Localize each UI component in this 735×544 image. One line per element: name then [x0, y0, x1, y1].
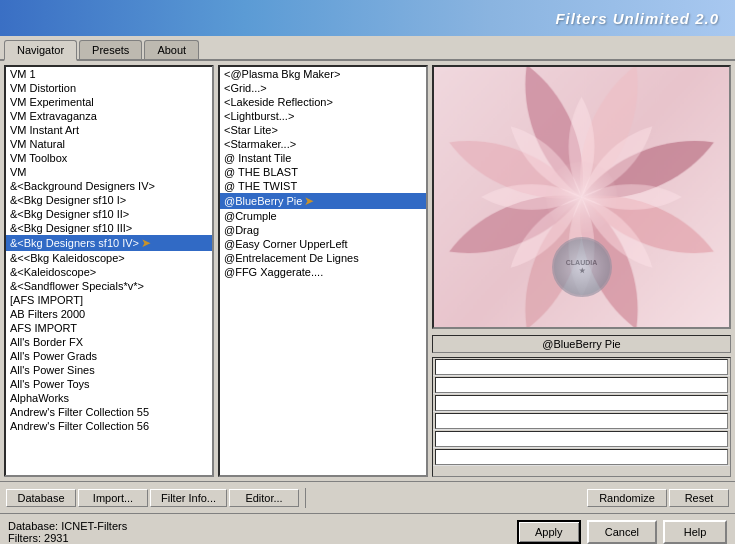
category-list[interactable]: VM 1VM DistortionVM ExperimentalVM Extra… [6, 67, 212, 475]
filter-list[interactable]: <@Plasma Bkg Maker><Grid...><Lakeside Re… [220, 67, 426, 475]
randomize-button[interactable]: Randomize [587, 489, 667, 507]
import-button[interactable]: Import... [78, 489, 148, 507]
list-item[interactable]: All's Power Sines [6, 363, 212, 377]
list-item[interactable]: VM Instant Art [6, 123, 212, 137]
database-status: Database: ICNET-Filters [8, 520, 127, 532]
list-item[interactable]: @Entrelacement De Lignes [220, 251, 426, 265]
param-input-4[interactable] [435, 413, 728, 429]
list-item[interactable]: VM [6, 165, 212, 179]
filter-name-text: @BlueBerry Pie [542, 338, 620, 350]
list-item[interactable]: VM Experimental [6, 95, 212, 109]
list-item[interactable]: @FFG Xaggerate.... [220, 265, 426, 279]
help-button[interactable]: Help [663, 520, 727, 544]
list-item[interactable]: VM Natural [6, 137, 212, 151]
list-item[interactable]: &<Background Designers IV> [6, 179, 212, 193]
list-item[interactable]: <Starmaker...> [220, 137, 426, 151]
list-item[interactable]: &<Bkg Designer sf10 I> [6, 193, 212, 207]
list-item[interactable]: All's Power Grads [6, 349, 212, 363]
filter-info-button[interactable]: Filter Info... [150, 489, 227, 507]
status-info: Database: ICNET-Filters Filters: 2931 [8, 520, 127, 544]
list-item[interactable]: &<Sandflower Specials*v*> [6, 279, 212, 293]
list-item[interactable]: @ THE BLAST [220, 165, 426, 179]
param-row-1 [433, 358, 730, 376]
category-list-panel: VM 1VM DistortionVM ExperimentalVM Extra… [4, 65, 214, 477]
list-item[interactable]: &<Kaleidoscope> [6, 265, 212, 279]
action-buttons: Apply Cancel Help [517, 520, 727, 544]
list-item[interactable]: &<Bkg Designer sf10 III> [6, 221, 212, 235]
list-item[interactable]: @ THE TWIST [220, 179, 426, 193]
cancel-button[interactable]: Cancel [587, 520, 657, 544]
preview-area: CLAUDIA★ [432, 65, 731, 329]
arrow-indicator-icon: ➤ [304, 194, 314, 208]
list-item[interactable]: &<Bkg Designer sf10 II> [6, 207, 212, 221]
list-item[interactable]: <Star Lite> [220, 123, 426, 137]
list-item[interactable]: @Easy Corner UpperLeft [220, 237, 426, 251]
database-button[interactable]: Database [6, 489, 76, 507]
right-panel: CLAUDIA★ @BlueBerry Pie [432, 65, 731, 477]
list-item[interactable]: @Crumple [220, 209, 426, 223]
list-item[interactable]: All's Border FX [6, 335, 212, 349]
param-row-3 [433, 394, 730, 412]
tab-presets[interactable]: Presets [79, 40, 142, 59]
param-input-3[interactable] [435, 395, 728, 411]
param-input-2[interactable] [435, 377, 728, 393]
param-row-4 [433, 412, 730, 430]
list-item[interactable]: @Drag [220, 223, 426, 237]
list-item[interactable]: All's Power Toys [6, 377, 212, 391]
main-content: VM 1VM DistortionVM ExperimentalVM Extra… [0, 61, 735, 481]
list-item[interactable]: VM Distortion [6, 81, 212, 95]
tab-navigator[interactable]: Navigator [4, 40, 77, 61]
list-item[interactable]: <@Plasma Bkg Maker> [220, 67, 426, 81]
title-bar: Filters Unlimited 2.0 [0, 0, 735, 36]
params-area [432, 357, 731, 477]
list-item[interactable]: Andrew's Filter Collection 56 [6, 419, 212, 433]
param-row-6 [433, 448, 730, 466]
list-item[interactable]: AlphaWorks [6, 391, 212, 405]
list-item[interactable]: @ Instant Tile [220, 151, 426, 165]
param-row-2 [433, 376, 730, 394]
tab-bar: Navigator Presets About [0, 36, 735, 61]
list-item[interactable]: Andrew's Filter Collection 55 [6, 405, 212, 419]
bottom-toolbar: Database Import... Filter Info... Editor… [0, 481, 735, 513]
list-item[interactable]: &<<Bkg Kaleidoscope> [6, 251, 212, 265]
param-input-5[interactable] [435, 431, 728, 447]
list-item[interactable]: AFS IMPORT [6, 321, 212, 335]
apply-button[interactable]: Apply [517, 520, 581, 544]
list-item[interactable]: VM 1 [6, 67, 212, 81]
app-title: Filters Unlimited 2.0 [555, 10, 719, 27]
toolbar-separator [305, 488, 306, 508]
list-item[interactable]: @BlueBerry Pie ➤ [220, 193, 426, 209]
param-row-5 [433, 430, 730, 448]
status-bar: Database: ICNET-Filters Filters: 2931 Ap… [0, 513, 735, 544]
editor-button[interactable]: Editor... [229, 489, 299, 507]
filters-status: Filters: 2931 [8, 532, 127, 544]
list-item[interactable]: AB Filters 2000 [6, 307, 212, 321]
reset-button[interactable]: Reset [669, 489, 729, 507]
list-item[interactable]: VM Extravaganza [6, 109, 212, 123]
list-item[interactable]: &<Bkg Designers sf10 IV> ➤ [6, 235, 212, 251]
param-input-1[interactable] [435, 359, 728, 375]
list-item[interactable]: <Grid...> [220, 81, 426, 95]
filter-list-panel: <@Plasma Bkg Maker><Grid...><Lakeside Re… [218, 65, 428, 477]
tab-about[interactable]: About [144, 40, 199, 59]
filter-name-display: @BlueBerry Pie [432, 335, 731, 353]
list-item[interactable]: <Lakeside Reflection> [220, 95, 426, 109]
param-input-6[interactable] [435, 449, 728, 465]
arrow-indicator-icon: ➤ [141, 236, 151, 250]
list-item[interactable]: VM Toolbox [6, 151, 212, 165]
list-item[interactable]: <Lightburst...> [220, 109, 426, 123]
list-item[interactable]: [AFS IMPORT] [6, 293, 212, 307]
